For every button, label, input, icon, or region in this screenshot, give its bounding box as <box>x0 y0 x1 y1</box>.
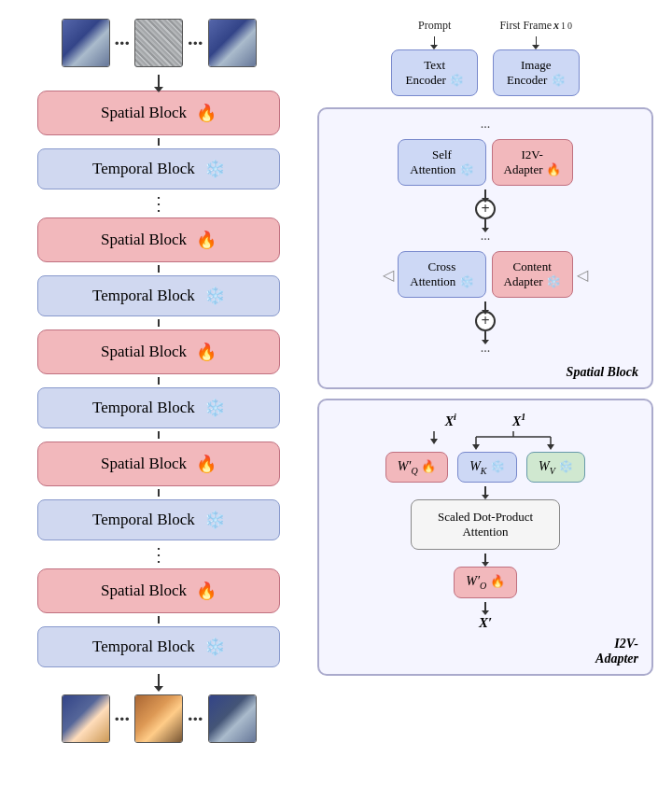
sdpa-row: Scaled Dot-ProductAttention <box>329 499 642 550</box>
frame-2 <box>134 19 183 67</box>
self-attention-label: SelfAttention <box>410 147 455 176</box>
out-frame-1 <box>62 694 110 743</box>
vdots-1: ⋮ <box>149 194 168 213</box>
snow-icon-1: ❄️ <box>204 159 225 179</box>
arrow-top <box>158 75 160 88</box>
output-frames-row: ··· ··· <box>62 694 257 743</box>
wv-label: WV <box>539 459 555 473</box>
ca-snow: ❄️ <box>459 274 474 288</box>
wo-fire: 🔥 <box>490 574 505 588</box>
fire-icon-3: 🔥 <box>196 342 217 362</box>
spatial-block-3: Spatial Block 🔥 <box>37 329 280 374</box>
wv-snow: ❄️ <box>558 459 573 473</box>
temporal-block-3: Temporal Block ❄️ <box>37 387 280 428</box>
fire-icon-2: 🔥 <box>196 230 217 250</box>
wo-row: W′O 🔥 <box>329 567 642 598</box>
arr-sdpa-wo <box>484 554 486 563</box>
xi-label: Xi <box>445 412 456 429</box>
wk-label: WK <box>469 459 486 473</box>
sb-dots-top: ··· <box>329 120 642 135</box>
xprime-row: X′ <box>329 615 642 631</box>
cross-attention-box: CrossAttention ❄️ <box>398 251 485 298</box>
self-attention-box: SelfAttention ❄️ <box>398 139 485 186</box>
content-adapter-label: ContentAdapter <box>504 259 552 288</box>
sa-i2v-row: SelfAttention ❄️ I2V-Adapter 🔥 <box>329 139 642 186</box>
gray-arrow-left-1: ◁ <box>383 266 394 284</box>
spatial-block-title: Spatial Block <box>329 365 642 380</box>
snow-icon-5: ❄️ <box>204 637 225 657</box>
vdots-2: ⋮ <box>149 545 168 564</box>
image-encoder-box: ImageEncoder ❄️ <box>493 49 580 96</box>
ca-content-row: ◁ CrossAttention ❄️ ContentAdapter ❄️ ◁ <box>329 251 642 298</box>
xprime-label: X′ <box>479 615 492 631</box>
temporal-block-4: Temporal Block ❄️ <box>37 499 280 540</box>
wv-box: WV ❄️ <box>526 452 585 484</box>
spatial-block-1: Spatial Block 🔥 <box>37 91 280 135</box>
text-encoder-snow: ❄️ <box>449 73 464 87</box>
arr-firstframe <box>536 36 538 46</box>
wk-box: WK ❄️ <box>457 452 517 484</box>
temporal-block-5: Temporal Block ❄️ <box>37 626 280 667</box>
snow-icon-3: ❄️ <box>204 398 225 418</box>
content-snow: ❄️ <box>546 274 561 288</box>
arr-wo-xprime <box>484 602 486 611</box>
sdpa-label: Scaled Dot-ProductAttention <box>438 510 533 539</box>
arrow-bottom <box>158 674 160 687</box>
temporal-label-2: Temporal Block <box>92 287 195 305</box>
wo-box: W′O 🔥 <box>454 567 516 598</box>
conn-2 <box>158 265 160 273</box>
fire-icon-1: 🔥 <box>196 103 217 123</box>
prompt-label: Prompt <box>418 19 451 33</box>
sb-dots-bot: ··· <box>329 344 642 359</box>
temporal-label-5: Temporal Block <box>92 638 195 656</box>
arr-prompt <box>434 36 436 46</box>
gray-arrow-right-1: ◁ <box>577 266 588 284</box>
image-encoder-label: ImageEncoder <box>507 58 552 87</box>
right-column: Prompt TextEncoder ❄️ First Frame x10 Im… <box>317 19 653 743</box>
snow-icon-4: ❄️ <box>204 510 225 530</box>
i2v-adapter-label: I2V-Adapter <box>504 147 543 176</box>
prompt-encoder-block: Prompt TextEncoder ❄️ <box>391 19 478 96</box>
content-adapter-box: ContentAdapter ❄️ <box>492 251 573 298</box>
temporal-label-4: Temporal Block <box>92 511 195 529</box>
temporal-block-2: Temporal Block ❄️ <box>37 275 280 316</box>
w-row: W′Q 🔥 WK ❄️ WV ❄️ <box>329 452 642 484</box>
left-column: ··· ··· Spatial Block 🔥 Temporal Block ❄… <box>19 19 299 743</box>
fire-icon-5: 🔥 <box>196 581 217 601</box>
arr-plus2-down <box>484 331 486 341</box>
image-encoder-snow: ❄️ <box>551 73 566 87</box>
spatial-block-diagram: ··· SelfAttention ❄️ I2V-Adapter 🔥 + <box>317 107 653 389</box>
spatial-label-3: Spatial Block <box>101 343 187 361</box>
spatial-label-4: Spatial Block <box>101 455 187 473</box>
dots-1: ··· <box>115 33 131 53</box>
dots-2: ··· <box>188 33 203 53</box>
spatial-block-2: Spatial Block 🔥 <box>37 217 280 262</box>
i2v-fire: 🔥 <box>546 162 561 176</box>
snow-icon-2: ❄️ <box>204 286 225 306</box>
i2v-block-title: I2V-Adapter <box>329 637 642 666</box>
fire-icon-4: 🔥 <box>196 454 217 474</box>
svg-marker-7 <box>547 444 554 450</box>
arr-sa-down <box>484 189 486 199</box>
dots-4: ··· <box>188 708 203 729</box>
svg-marker-5 <box>472 444 480 450</box>
sb-dots-mid: ··· <box>329 232 642 247</box>
wq-box: W′Q 🔥 <box>385 452 448 484</box>
first-frame-encoder-block: First Frame x10 ImageEncoder ❄️ <box>493 19 580 96</box>
wq-label: W′Q <box>398 459 418 473</box>
frame-3 <box>208 19 257 67</box>
i2v-adapter-box: I2V-Adapter 🔥 <box>492 139 573 186</box>
spatial-block-4: Spatial Block 🔥 <box>37 442 280 486</box>
conn-1 <box>158 138 160 146</box>
first-frame-var: x <box>553 19 559 33</box>
conn-7 <box>158 616 160 624</box>
conn-5 <box>158 431 160 439</box>
conn-4 <box>158 377 160 385</box>
out-frame-3 <box>208 694 257 743</box>
spatial-label-2: Spatial Block <box>101 231 187 249</box>
temporal-label-3: Temporal Block <box>92 399 195 417</box>
xi-x1-row: Xi X1 <box>329 412 642 429</box>
temporal-block-1: Temporal Block ❄️ <box>37 148 280 189</box>
arr-w-sdpa <box>484 486 486 496</box>
arr-ca-down <box>484 301 486 311</box>
